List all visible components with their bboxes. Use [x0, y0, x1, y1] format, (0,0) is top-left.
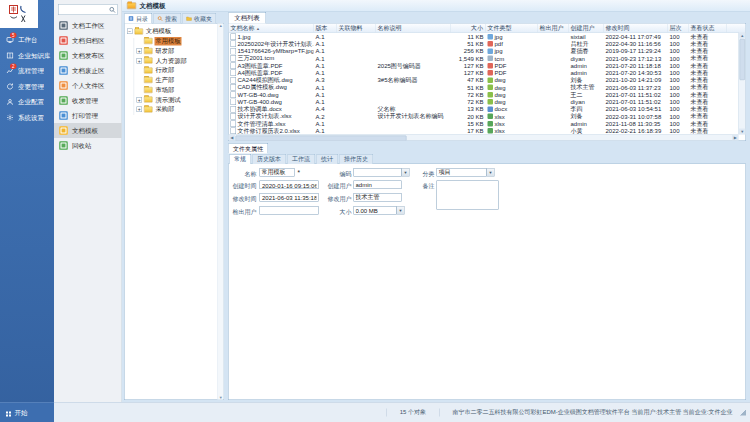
create-time-field[interactable] — [260, 181, 319, 190]
sidebar-item-process[interactable]: 2流程管理 — [0, 63, 54, 79]
applist-item-send-receive[interactable]: 收发管理 — [54, 93, 122, 108]
sidebar-item-company-config[interactable]: 企业配置 — [0, 94, 54, 110]
sidebar-item-change[interactable]: 变更管理 — [0, 79, 54, 95]
file-type-icon — [488, 99, 494, 105]
tree-tab-search[interactable]: 搜索 — [153, 13, 181, 24]
start-button[interactable]: 开始 — [0, 402, 54, 422]
tree-scrollbar[interactable]: ▲ ▼ — [218, 24, 224, 400]
tree-tab-catalog[interactable]: 目录 — [124, 13, 152, 24]
applist-item-doc-abolish[interactable]: 文档废止区 — [54, 63, 122, 78]
name-field[interactable] — [260, 168, 295, 177]
cell-text: PDF — [495, 69, 507, 76]
cell-ver: A.3 — [314, 77, 337, 84]
column-header-checkout[interactable]: 检出用户 — [538, 24, 569, 33]
expand-toggle-icon[interactable]: + — [137, 97, 143, 103]
properties-tab-3[interactable]: 统计 — [316, 154, 338, 164]
table-vertical-scrollbar[interactable]: ▲ ▼ — [739, 33, 746, 135]
table-row[interactable]: 文件修订履历表2.0.xlsxA.117 KBxlsx小黄2022-02-21 … — [229, 127, 739, 134]
cell-level: 100 — [668, 62, 689, 69]
column-header-label: 修改时间 — [606, 24, 630, 33]
create-user-field[interactable] — [354, 181, 402, 190]
tree-node[interactable]: +演示测试 — [137, 95, 218, 105]
resize-grip-icon[interactable] — [740, 409, 747, 416]
table-row[interactable]: WT-GB-40.dwgA.172 KBdwg王二2021-07-01 11:5… — [229, 91, 739, 98]
category-field[interactable] — [437, 168, 487, 177]
remark-field[interactable] — [437, 181, 499, 210]
tree-node[interactable]: 行政部 — [137, 66, 218, 76]
checkout-user-field[interactable] — [260, 206, 319, 215]
cell-size: 127 KB — [451, 62, 486, 69]
cell-text: 2019-09-17 11:29:24 — [606, 48, 661, 55]
column-header-mtime[interactable]: 修改时间 — [604, 24, 668, 33]
expand-toggle-icon[interactable]: + — [137, 107, 143, 113]
table-row[interactable]: CAD属性模板.dwgA.151 KBdwg技术主管2021-06-03 11:… — [229, 84, 739, 91]
column-header-type[interactable]: 文件类型 — [486, 24, 538, 33]
applist-item-personal-files[interactable]: 个人文件区 — [54, 78, 122, 93]
tree-root-node[interactable]: −文档模板 — [127, 27, 218, 37]
applist-item-doc-template[interactable]: 文档模板 — [54, 123, 122, 138]
column-header-mat[interactable]: 关联物料 — [337, 24, 376, 33]
scroll-left-icon[interactable]: ◀ — [229, 135, 236, 141]
scroll-up-icon[interactable]: ▲ — [219, 24, 223, 29]
applist-item-recycle-bin[interactable]: 回收站 — [54, 138, 122, 153]
tab-folder-properties[interactable]: 文件夹属性 — [228, 143, 268, 154]
column-header-creator[interactable]: 创建用户 — [569, 24, 604, 33]
tree-node[interactable]: +研发部 — [137, 46, 218, 56]
collapse-toggle-icon[interactable]: − — [127, 29, 133, 35]
tree-node[interactable]: 生产部 — [137, 75, 218, 85]
column-header-name[interactable]: 文档名称▲ — [229, 24, 314, 33]
table-horizontal-scrollbar[interactable]: ◀ ▶ — [229, 135, 739, 141]
scroll-thumb[interactable] — [740, 39, 746, 80]
properties-tab-0[interactable]: 常规 — [229, 154, 251, 164]
column-header-level[interactable]: 层次 — [668, 24, 689, 33]
sidebar-item-workbench[interactable]: 5工作台 — [0, 32, 54, 48]
scroll-down-icon[interactable]: ▼ — [219, 395, 223, 400]
size-dropdown-button[interactable]: ▼ — [397, 206, 405, 215]
applist-item-doc-publish[interactable]: 文档发布区 — [54, 48, 122, 63]
code-field[interactable] — [354, 168, 402, 177]
applist-item-print-manage[interactable]: 打印管理 — [54, 108, 122, 123]
column-header-desc[interactable]: 名称说明 — [376, 24, 451, 33]
expand-toggle-icon[interactable]: + — [137, 48, 143, 54]
modify-time-field[interactable] — [260, 193, 319, 202]
column-header-ver[interactable]: 版本 — [314, 24, 337, 33]
cell-ver: A.1 — [314, 40, 337, 47]
folder-tree: −文档模板常用模板+研发部+人力资源部行政部生产部市场部+演示测试+采购部 — [125, 24, 218, 400]
tab-doc-list[interactable]: 文档列表 — [228, 12, 266, 24]
change-icon — [6, 82, 14, 90]
size-field[interactable] — [354, 206, 397, 215]
column-header-status[interactable]: 查看状态 — [689, 24, 727, 33]
applist-item-doc-workspace[interactable]: 文档工作区 — [54, 18, 122, 33]
applist-item-doc-archive[interactable]: 文档归档区 — [54, 33, 122, 48]
tree-node[interactable]: 常用模板 — [137, 36, 218, 46]
tab-doc-list-label: 文档列表 — [235, 14, 260, 23]
scroll-thumb[interactable] — [236, 136, 407, 142]
code-dropdown-button[interactable]: ▼ — [402, 168, 410, 177]
modify-user-field[interactable] — [354, 193, 402, 202]
modify-user-label: 修改用户 — [322, 195, 352, 204]
expand-toggle-icon[interactable]: + — [137, 58, 143, 64]
tree-node[interactable]: +人力资源部 — [137, 56, 218, 66]
cell-size: 13 KB — [451, 106, 486, 113]
applist-item-label: 打印管理 — [72, 111, 98, 120]
tree-tab-favorites[interactable]: 收藏夹 — [182, 13, 216, 24]
tree-children: 常用模板+研发部+人力资源部行政部生产部市场部+演示测试+采购部 — [134, 36, 218, 114]
properties-tab-4[interactable]: 操作历史 — [339, 154, 373, 164]
scroll-right-icon[interactable]: ▶ — [732, 135, 739, 141]
sidebar-item-system-settings[interactable]: 系统设置 — [0, 110, 54, 126]
cell-text: 20 KB — [467, 113, 483, 120]
properties-tab-2[interactable]: 工作流 — [287, 154, 315, 164]
tree-node[interactable]: 市场部 — [137, 85, 218, 95]
document-icon — [231, 128, 237, 135]
tree-node[interactable]: +采购部 — [137, 105, 218, 115]
column-header-size[interactable]: 大小 — [451, 24, 486, 33]
search-icon[interactable] — [109, 6, 117, 14]
table-row[interactable]: 20250202年设计开发计划表...A.151 KBpdf吕桂升2022-04… — [229, 40, 739, 47]
sidebar-item-knowledge[interactable]: 企业知识库 — [0, 48, 54, 64]
cell-text: A.4 — [316, 106, 325, 113]
scroll-down-icon[interactable]: ▼ — [739, 129, 746, 135]
cell-text: A.1 — [316, 98, 325, 105]
properties-tab-1[interactable]: 历史版本 — [252, 154, 286, 164]
category-dropdown-button[interactable]: ▼ — [487, 168, 495, 177]
scroll-up-icon[interactable]: ▲ — [739, 33, 746, 39]
